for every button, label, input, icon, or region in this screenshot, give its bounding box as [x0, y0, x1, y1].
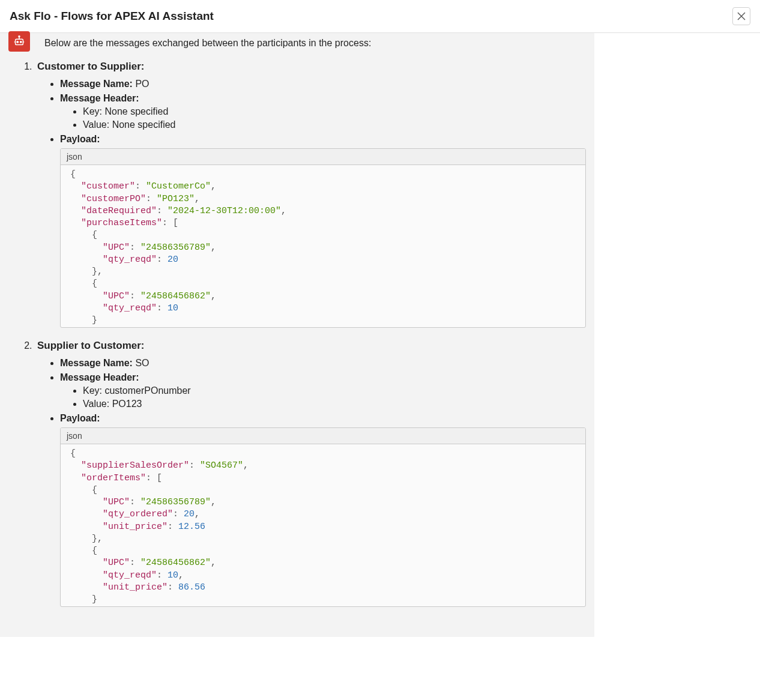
assistant-avatar [8, 31, 30, 52]
modal-title: Ask Flo - Flows for APEX AI Assistant [10, 10, 214, 23]
message-item: Customer to Supplier: Message Name: PO M… [35, 61, 586, 328]
header-key-value: None specified [104, 106, 168, 116]
list-item: Payload: json { "customer": "CustomerCo"… [60, 134, 586, 328]
close-button[interactable] [732, 7, 750, 25]
modal-header: Ask Flo - Flows for APEX AI Assistant [0, 0, 760, 33]
section-title: Customer to Supplier: [37, 61, 145, 72]
robot-icon [13, 35, 26, 48]
svg-point-6 [19, 36, 20, 37]
message-name-value: SO [135, 358, 149, 368]
label-payload: Payload: [60, 413, 100, 423]
page-body: Below are the messages exchanged between… [0, 33, 760, 637]
label-value: Value: [83, 119, 109, 130]
list-item: Message Name: PO [60, 79, 586, 89]
message-item: Supplier to Customer: Message Name: SO M… [35, 340, 586, 607]
list-item: Message Header: Key: customerPOnumber Va… [60, 372, 586, 409]
list-item: Message Header: Key: None specified Valu… [60, 93, 586, 130]
code-lang-label: json [61, 428, 585, 444]
message-content: Below are the messages exchanged between… [0, 33, 594, 637]
label-value: Value: [83, 399, 109, 409]
svg-point-4 [20, 41, 22, 43]
label-message-name: Message Name: [60, 358, 133, 368]
section-title: Supplier to Customer: [37, 340, 145, 351]
label-key: Key: [83, 106, 102, 116]
messages-list: Customer to Supplier: Message Name: PO M… [8, 61, 586, 607]
intro-text: Below are the messages exchanged between… [8, 33, 586, 52]
code-lang-label: json [61, 149, 585, 165]
label-message-header: Message Header: [60, 93, 139, 103]
code-body[interactable]: { "customer": "CustomerCo", "customerPO"… [61, 165, 585, 327]
label-message-header: Message Header: [60, 372, 139, 382]
header-value-value: None specified [112, 119, 176, 130]
label-payload: Payload: [60, 134, 100, 144]
list-item: Message Name: SO [60, 358, 586, 369]
svg-point-3 [17, 41, 18, 43]
code-block: json { "customer": "CustomerCo", "custom… [60, 148, 586, 328]
list-item: Key: None specified [83, 106, 586, 117]
header-key-value: customerPOnumber [104, 385, 190, 396]
list-item: Value: None specified [83, 119, 586, 130]
message-name-value: PO [135, 79, 149, 89]
close-icon [737, 12, 746, 20]
code-body[interactable]: { "supplierSalesOrder": "SO4567", "order… [61, 444, 585, 606]
list-item: Value: PO123 [83, 399, 586, 409]
label-key: Key: [83, 385, 102, 396]
header-value-value: PO123 [112, 399, 142, 409]
code-block: json { "supplierSalesOrder": "SO4567", "… [60, 427, 586, 607]
label-message-name: Message Name: [60, 79, 133, 89]
list-item: Key: customerPOnumber [83, 385, 586, 396]
list-item: Payload: json { "supplierSalesOrder": "S… [60, 413, 586, 607]
